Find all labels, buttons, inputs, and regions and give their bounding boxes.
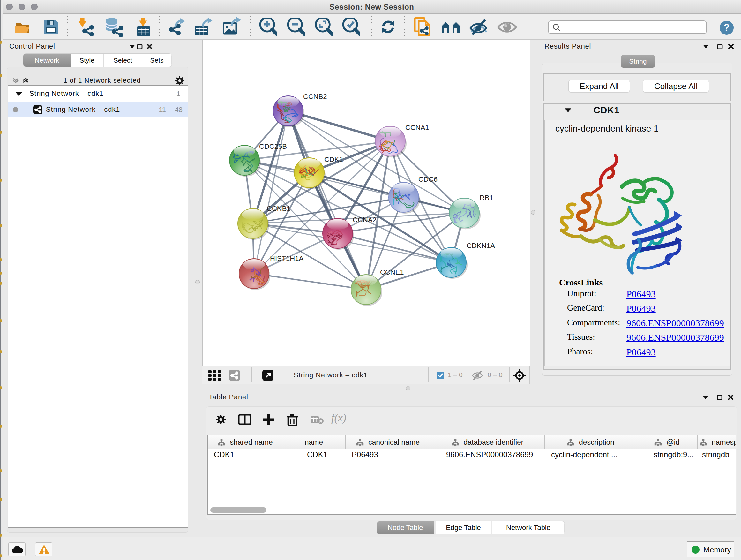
svg-text:CCNE1: CCNE1: [380, 268, 404, 276]
svg-text:CCNA2: CCNA2: [353, 216, 377, 224]
svg-text:CDK1: CDK1: [324, 155, 343, 164]
svg-text:CDC25B: CDC25B: [259, 142, 287, 150]
svg-text:RB1: RB1: [480, 194, 493, 202]
svg-text:CDC6: CDC6: [418, 175, 437, 183]
svg-text:HIST1H1A: HIST1H1A: [270, 254, 304, 262]
svg-text:CCNB2: CCNB2: [303, 92, 327, 101]
svg-text:CDKN1A: CDKN1A: [467, 242, 495, 250]
svg-text:CCNB1: CCNB1: [267, 205, 291, 212]
svg-text:CCNA1: CCNA1: [405, 124, 429, 132]
